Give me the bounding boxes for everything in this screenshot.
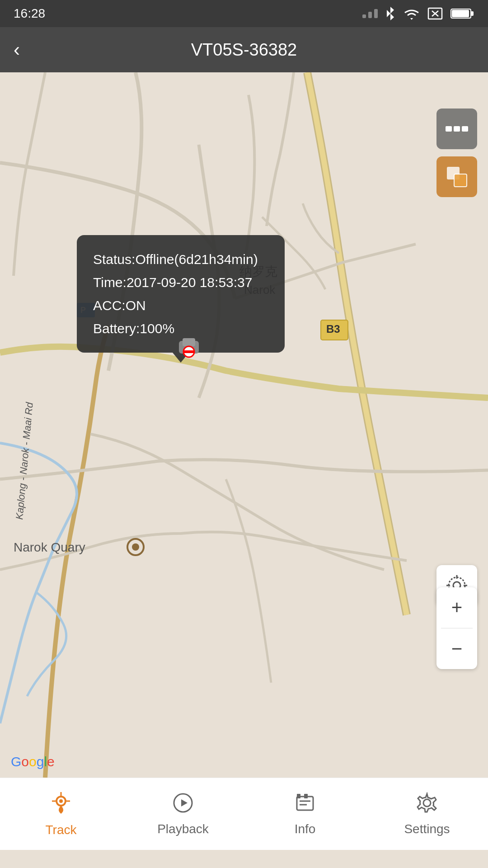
wifi-icon — [403, 7, 420, 20]
playback-label: Playback — [157, 822, 209, 836]
header: ‹ VT05S-36382 — [0, 27, 488, 72]
svg-rect-22 — [454, 126, 460, 132]
info-label: Info — [295, 822, 316, 836]
svg-text:B3: B3 — [326, 323, 340, 335]
svg-rect-6 — [0, 72, 488, 778]
battery-icon — [450, 7, 474, 20]
status-icons — [362, 6, 474, 21]
svg-rect-25 — [454, 174, 467, 187]
bottom-navigation: Track Playback Info — [0, 778, 488, 850]
svg-rect-23 — [462, 126, 468, 132]
nav-item-playback[interactable]: Playback — [122, 778, 244, 850]
map-background: P B3 纳罗克 Narok Kaplong - Narok - Maai Rd… — [0, 72, 488, 778]
svg-rect-5 — [452, 10, 469, 17]
track-icon — [50, 791, 72, 819]
svg-point-33 — [59, 799, 63, 803]
zoom-out-button[interactable]: − — [436, 628, 477, 669]
info-icon — [294, 792, 316, 818]
svg-rect-43 — [304, 794, 308, 798]
svg-rect-39 — [297, 797, 313, 810]
notification-icon — [427, 7, 443, 20]
svg-rect-20 — [183, 350, 194, 353]
vehicle-marker[interactable] — [176, 335, 202, 360]
zoom-in-button[interactable]: + — [436, 587, 477, 628]
map-layer-button[interactable] — [436, 156, 477, 197]
map-type-button-1[interactable] — [436, 108, 477, 149]
svg-rect-18 — [183, 338, 195, 346]
bluetooth-icon — [385, 6, 396, 21]
track-label: Track — [46, 823, 77, 837]
map-controls — [436, 108, 477, 197]
settings-label: Settings — [404, 822, 450, 836]
status-bar: 16:28 — [0, 0, 488, 27]
svg-rect-21 — [446, 126, 452, 132]
svg-text:Narok Quary: Narok Quary — [14, 540, 85, 554]
settings-icon — [416, 792, 438, 818]
time-display: 16:28 — [14, 6, 45, 21]
popup-status: Status:Offline(6d21h34min) — [93, 248, 268, 271]
nav-item-settings[interactable]: Settings — [366, 778, 488, 850]
svg-rect-42 — [297, 794, 300, 798]
signal-icon — [362, 9, 378, 18]
svg-marker-38 — [181, 799, 188, 807]
popup-time: Time:2017-09-20 18:53:37 — [93, 271, 268, 294]
svg-point-44 — [423, 799, 431, 807]
google-logo: Google — [11, 754, 55, 769]
device-title: VT05S-36382 — [191, 40, 297, 60]
popup-acc: ACC:ON — [93, 294, 268, 317]
zoom-controls: + − — [436, 587, 477, 669]
playback-icon — [172, 792, 194, 818]
svg-rect-4 — [471, 11, 474, 16]
back-button[interactable]: ‹ — [14, 39, 20, 61]
map-container[interactable]: P B3 纳罗克 Narok Kaplong - Narok - Maai Rd… — [0, 72, 488, 778]
svg-point-10 — [132, 543, 139, 551]
nav-item-track[interactable]: Track — [0, 778, 122, 850]
nav-item-info[interactable]: Info — [244, 778, 366, 850]
